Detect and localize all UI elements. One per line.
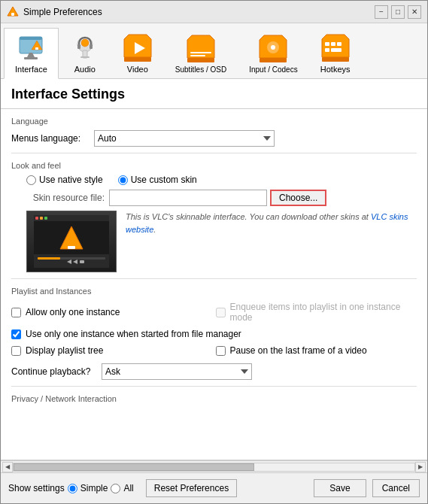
- nav-item-hotkeys[interactable]: Hotkeys: [309, 28, 362, 78]
- svg-point-23: [271, 45, 275, 50]
- show-settings-group: Show settings Simple All: [8, 483, 134, 493]
- playlist-section-label: Playlist and Instances: [11, 287, 417, 296]
- svg-marker-17: [187, 35, 214, 58]
- look-feel-label: Look and feel: [11, 161, 417, 170]
- display-playlist-label[interactable]: Display playlist tree: [11, 345, 213, 356]
- skin-description: This is VLC's skinnable interface. You c…: [126, 211, 417, 235]
- playlist-options: Allow only one instance Enqueue items in…: [11, 299, 417, 326]
- nav-item-audio[interactable]: Audio: [59, 28, 111, 78]
- hotkeys-icon: [320, 33, 351, 63]
- playlist-options-2: Display playlist tree Pause on the last …: [11, 342, 417, 359]
- svg-rect-12: [77, 44, 80, 49]
- reset-preferences-button[interactable]: Reset Preferences: [146, 479, 237, 497]
- svg-rect-28: [337, 42, 341, 46]
- svg-rect-11: [80, 56, 90, 58]
- use-one-instance-text: Use only one instance when started from …: [26, 329, 241, 339]
- close-button[interactable]: ✕: [408, 5, 421, 19]
- vlc-icon: [7, 6, 19, 18]
- svg-rect-34: [35, 217, 38, 220]
- privacy-section-label: Privacy / Network Interaction: [11, 394, 417, 403]
- allow-one-instance-checkbox[interactable]: [11, 308, 21, 317]
- nav-label-subtitles: Subtitles / OSD: [175, 65, 226, 74]
- video-icon: [123, 33, 153, 63]
- window-title: Simple Preferences: [23, 7, 375, 17]
- horizontal-scrollbar[interactable]: ◀ ▶: [1, 460, 427, 472]
- use-one-instance-label[interactable]: Use only one instance when started from …: [11, 329, 417, 339]
- nav-label-input: Input / Codecs: [249, 65, 297, 74]
- radio-custom[interactable]: [118, 175, 128, 185]
- show-simple-radio[interactable]: [68, 484, 77, 493]
- skin-desc-text: This is VLC's skinnable interface. You c…: [126, 212, 371, 221]
- show-all-label[interactable]: All: [111, 483, 133, 493]
- nav-item-input[interactable]: Input / Codecs: [238, 28, 308, 78]
- skin-preview-image: [34, 215, 109, 268]
- show-all-radio[interactable]: [111, 484, 120, 493]
- pause-last-frame-checkbox[interactable]: [216, 346, 226, 356]
- show-settings-label: Show settings: [8, 483, 65, 493]
- svg-rect-13: [90, 44, 93, 49]
- divider-2: [11, 278, 417, 279]
- interface-icon: [16, 33, 46, 63]
- radio-custom-text: Use custom skin: [131, 175, 197, 185]
- svg-rect-27: [331, 42, 335, 46]
- skin-resource-row: Skin resource file: Choose...: [11, 190, 417, 206]
- svg-rect-31: [322, 57, 349, 62]
- svg-rect-20: [187, 58, 214, 62]
- enqueue-checkbox[interactable]: [216, 308, 226, 317]
- show-simple-text: Simple: [80, 483, 108, 493]
- svg-rect-30: [331, 48, 341, 52]
- nav-item-subtitles[interactable]: Subtitles / OSD: [164, 28, 238, 78]
- scroll-right-arrow[interactable]: ▶: [415, 462, 426, 472]
- continue-playback-label: Continue playback?: [11, 366, 102, 377]
- radio-custom-label[interactable]: Use custom skin: [118, 175, 197, 185]
- choose-button[interactable]: Choose...: [270, 190, 326, 206]
- display-playlist-checkbox[interactable]: [11, 346, 21, 356]
- svg-rect-16: [124, 57, 151, 62]
- continue-playback-select[interactable]: Ask Always Never: [102, 363, 252, 380]
- nav-item-video[interactable]: Video: [111, 28, 164, 78]
- maximize-button[interactable]: □: [391, 5, 405, 19]
- footer: Show settings Simple All Reset Preferenc…: [1, 472, 427, 503]
- enqueue-label[interactable]: Enqueue items into playlist in one insta…: [216, 302, 417, 323]
- divider-3: [11, 386, 417, 387]
- radio-native[interactable]: [26, 175, 36, 185]
- subtitles-icon: [186, 34, 216, 64]
- radio-native-label[interactable]: Use native style: [26, 175, 103, 185]
- pause-last-frame-label[interactable]: Pause on the last frame of a video: [216, 345, 417, 356]
- scroll-thumb[interactable]: [14, 463, 254, 471]
- use-one-instance-checkbox[interactable]: [11, 329, 21, 339]
- skin-radio-group: Use native style Use custom skin: [11, 175, 417, 185]
- title-bar: Simple Preferences − □ ✕: [1, 1, 427, 23]
- scroll-left-arrow[interactable]: ◀: [2, 462, 13, 472]
- allow-one-instance-label[interactable]: Allow only one instance: [11, 302, 213, 323]
- page-title: Interface Settings: [1, 79, 427, 108]
- audio-icon: [70, 33, 100, 63]
- svg-rect-7: [35, 47, 38, 50]
- nav-label-audio: Audio: [74, 65, 96, 74]
- skin-preview-inner: [27, 211, 116, 272]
- scroll-track[interactable]: [13, 463, 415, 472]
- svg-rect-44: [80, 260, 84, 263]
- main-content: Interface Settings Language Menus langua…: [1, 79, 427, 472]
- svg-rect-35: [40, 217, 43, 220]
- show-all-text: All: [123, 483, 133, 493]
- minimize-button[interactable]: −: [375, 5, 388, 19]
- settings-scroll[interactable]: Language Menus language: Auto English Fr…: [1, 108, 427, 460]
- skin-preview-row: This is VLC's skinnable interface. You c…: [11, 211, 417, 272]
- continue-playback-row: Continue playback? Ask Always Never: [11, 363, 417, 380]
- svg-point-9: [81, 39, 89, 47]
- svg-rect-24: [260, 58, 287, 62]
- menus-language-label: Menus language:: [11, 133, 94, 144]
- svg-rect-36: [44, 217, 47, 220]
- cancel-button[interactable]: Cancel: [372, 479, 420, 497]
- save-button[interactable]: Save: [314, 479, 366, 497]
- enqueue-text: Enqueue items into playlist in one insta…: [230, 302, 417, 323]
- menus-language-select[interactable]: Auto English French German Spanish: [94, 130, 275, 147]
- nav-item-interface[interactable]: Interface: [4, 28, 59, 79]
- nav-label-video: Video: [127, 65, 148, 74]
- window-controls: − □ ✕: [375, 5, 421, 19]
- svg-rect-5: [24, 57, 38, 59]
- show-simple-label[interactable]: Simple: [68, 483, 108, 493]
- skin-resource-input[interactable]: [109, 190, 267, 206]
- menus-language-row: Menus language: Auto English French Germ…: [11, 130, 417, 147]
